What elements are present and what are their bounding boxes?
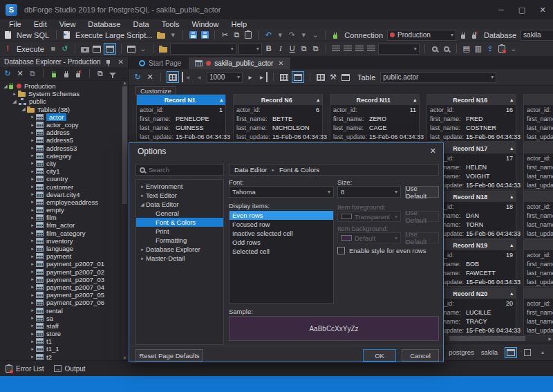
open-file-dropdown-icon[interactable]: ▾ [168, 30, 178, 40]
field-value[interactable]: NICHOLSON [272, 124, 319, 131]
expander-icon[interactable]: ◢ [139, 202, 146, 207]
tree-item-actor-copy[interactable]: ▸actor_copy [0, 121, 128, 129]
tree-item-payment-p2007-03[interactable]: ▸payment_p2007_03 [0, 276, 128, 283]
tree-item-production[interactable]: ◢Production [0, 82, 128, 90]
record-field[interactable]: last_update: [524, 277, 553, 286]
options-tree-item-print[interactable]: Print [136, 227, 223, 236]
undo-dropdown-icon[interactable]: ▾ [275, 30, 285, 40]
field-value[interactable]: ZERO [369, 115, 416, 122]
expander-icon[interactable]: ▸ [139, 184, 146, 189]
field-value[interactable]: 11 [369, 106, 416, 113]
tree-item-language[interactable]: ▸language [0, 245, 128, 252]
record-field[interactable]: last_update: [524, 132, 553, 141]
collapse-record-icon[interactable]: ▴ [510, 243, 513, 248]
search-input[interactable] [149, 166, 211, 174]
field-value[interactable]: BOB [466, 261, 513, 268]
field-value[interactable]: 15-Feb-06 04:34:33 [466, 327, 521, 334]
expander-icon[interactable]: ▸ [11, 91, 18, 97]
record-field[interactable]: first_name: [524, 211, 553, 220]
expander-icon[interactable]: ▸ [29, 215, 36, 221]
expander-icon[interactable]: ▸ [29, 346, 36, 352]
options-tree-item-font-colors[interactable]: Font & Colors [136, 218, 223, 227]
scroll-right-icon[interactable]: ▶ [548, 336, 553, 341]
collapse-record-icon[interactable]: ▴ [510, 291, 513, 297]
field-value[interactable]: 15-Feb-06 04:34:33 [466, 230, 521, 237]
record-field[interactable]: last_name: [524, 220, 553, 229]
status-card-view-icon[interactable] [505, 347, 517, 358]
status-database[interactable]: sakila [481, 348, 498, 356]
close-panel-icon[interactable]: ✕ [118, 58, 124, 66]
record-field[interactable]: first_name:PENELOPE [137, 114, 225, 123]
scrollbar-thumb[interactable] [122, 86, 127, 204]
record-card-header[interactable]: ▴ [524, 143, 553, 153]
expander-icon[interactable]: ▸ [29, 284, 36, 290]
tree-item-payment-p2007-04[interactable]: ▸payment_p2007_04 [0, 283, 128, 291]
field-value[interactable]: 15-Feb-06 04:34:33 [466, 182, 521, 189]
menu-database[interactable]: Database [82, 19, 126, 29]
tree-item-actor[interactable]: ▸actor [0, 113, 128, 121]
display-item-odd-rows[interactable]: Odd rows [229, 238, 333, 247]
record-field[interactable]: last_update: [524, 326, 553, 335]
paginal-mode-toggle[interactable] [167, 71, 179, 83]
close-icon[interactable]: ✕ [538, 6, 547, 15]
options-tree-item-data-editor[interactable]: ◢Data Editor [136, 200, 223, 209]
expander-icon[interactable]: ▸ [29, 153, 36, 158]
use-default-font-button[interactable]: Use Default [405, 186, 439, 198]
expander-icon[interactable]: ▸ [29, 160, 36, 166]
record-field[interactable]: last_name:GUINESS [137, 123, 225, 132]
menu-help[interactable]: Help [225, 19, 254, 29]
database-combo[interactable]: sakila ▾ [521, 30, 553, 41]
record-field[interactable]: actor_id: [524, 202, 553, 211]
status-grid-view-icon[interactable] [524, 349, 531, 356]
scrollbar-thumb[interactable] [449, 336, 525, 341]
card-view-toggle[interactable] [104, 43, 116, 55]
redo-dropdown-icon[interactable]: ▾ [299, 30, 308, 40]
options-tree-item-master-detail[interactable]: ▸Master-Detail [136, 254, 223, 263]
query-history-icon[interactable]: ↺ [60, 44, 70, 54]
expander-icon[interactable]: ▸ [29, 122, 36, 128]
expander-icon[interactable]: ▸ [29, 323, 36, 328]
record-field[interactable]: actor_id:11 [330, 105, 419, 114]
menu-file[interactable]: File [3, 19, 28, 29]
record-field[interactable]: last_update: [524, 180, 553, 189]
display-item-selected-cell[interactable]: Selected cell [229, 247, 333, 256]
error-report-icon[interactable] [497, 44, 507, 54]
collapse-record-icon[interactable]: ▴ [510, 146, 513, 151]
reset-page-defaults-button[interactable]: Reset Page Defaults [135, 349, 203, 362]
expander-icon[interactable]: ◢ [20, 106, 27, 112]
collapse-record-icon[interactable]: ▴ [510, 194, 513, 200]
dialog-close-icon[interactable]: ✕ [430, 147, 436, 156]
expander-icon[interactable]: ▸ [29, 261, 36, 267]
record-field[interactable]: last_name: [524, 268, 553, 277]
status-user[interactable]: postgres [449, 348, 474, 356]
pin-panel-icon[interactable] [106, 60, 110, 64]
tree-item-rental[interactable]: ▸rental [0, 306, 128, 314]
collapse-record-icon[interactable]: ▴ [413, 97, 416, 103]
menu-view[interactable]: View [53, 19, 82, 29]
enable-even-rows-checkbox[interactable] [337, 247, 345, 254]
error-list-tab[interactable]: Error List [6, 365, 44, 373]
toolbox-icon[interactable]: ▤ [462, 44, 471, 54]
expander-icon[interactable]: ▸ [29, 354, 36, 360]
field-value[interactable]: VOIGHT [466, 173, 513, 180]
record-field[interactable]: actor_id: [524, 105, 553, 114]
tree-item-film-actor[interactable]: ▸film_actor [0, 221, 128, 229]
tree-item-address5[interactable]: ▸address5 [0, 136, 128, 144]
save-icon[interactable] [188, 30, 198, 40]
record-field[interactable]: actor_id: [524, 250, 553, 259]
close-tab-icon[interactable]: ✕ [278, 59, 283, 67]
cancel-button[interactable]: Cancel [402, 349, 439, 362]
expander-icon[interactable]: ▸ [29, 246, 36, 252]
display-item-inactive-selected-cell[interactable]: Inactive selected cell [229, 229, 333, 238]
record-field[interactable]: last_update:15-Feb-06 04:34:33 [137, 132, 225, 141]
zoom-out-icon[interactable] [442, 44, 451, 54]
display-item-even-rows[interactable]: Even rows [229, 211, 333, 220]
record-field[interactable]: last_update: [524, 229, 553, 238]
field-value[interactable]: CAGE [369, 124, 416, 131]
tree-item-payment-p2007-02[interactable]: ▸payment_p2007_02 [0, 268, 128, 276]
minimize-icon[interactable]: ─ [496, 6, 506, 15]
status-expand-icon[interactable]: ▲ [538, 347, 547, 357]
field-value[interactable]: TORN [466, 221, 513, 228]
menu-window[interactable]: Window [185, 19, 225, 29]
field-value[interactable]: 18 [466, 203, 513, 210]
